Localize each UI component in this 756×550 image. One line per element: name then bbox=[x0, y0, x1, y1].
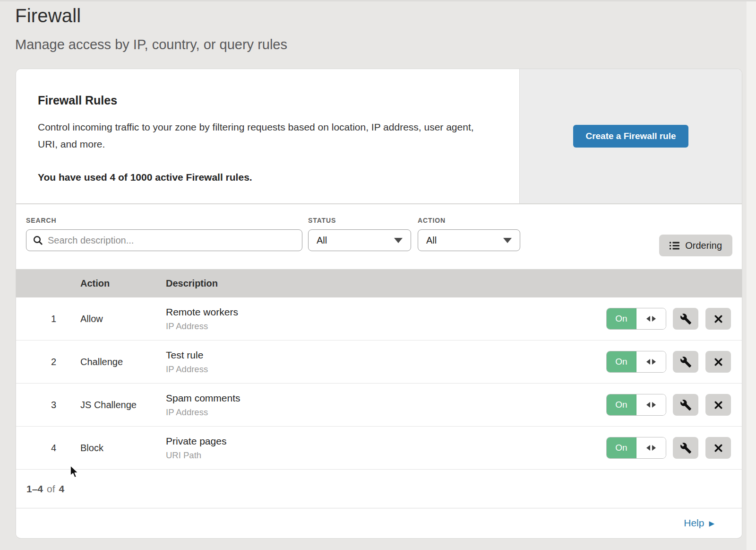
rule-priority: 3 bbox=[16, 400, 80, 410]
scroll-gutter bbox=[747, 1, 756, 550]
card-footer: Help ▶ bbox=[16, 508, 742, 537]
action-filter: ACTION All bbox=[418, 217, 520, 251]
table-row: 1 Allow Remote workers IP Address On bbox=[16, 297, 742, 340]
intro-section: Firewall Rules Control incoming traffic … bbox=[16, 69, 742, 204]
rule-enabled-toggle[interactable]: On bbox=[606, 308, 666, 330]
help-link[interactable]: Help ▶ bbox=[684, 517, 714, 529]
chevron-down-icon bbox=[503, 238, 512, 243]
page-subtitle: Manage access by IP, country, or query r… bbox=[15, 37, 756, 52]
close-icon bbox=[713, 443, 724, 454]
rule-priority: 1 bbox=[16, 314, 80, 324]
wrench-icon bbox=[680, 399, 692, 411]
firewall-rules-card: Firewall Rules Control incoming traffic … bbox=[16, 69, 742, 538]
status-selected-value: All bbox=[317, 235, 327, 246]
toggle-on-label: On bbox=[607, 351, 636, 372]
pagination-range: 1–4 bbox=[26, 483, 43, 495]
table-row: 3 JS Challenge Spam comments IP Address … bbox=[16, 384, 742, 427]
rule-action: Block bbox=[80, 443, 166, 454]
chevron-down-icon bbox=[394, 238, 403, 243]
search-icon bbox=[33, 235, 43, 245]
rule-priority: 2 bbox=[16, 357, 80, 367]
status-filter: STATUS All bbox=[308, 217, 411, 251]
search-label: SEARCH bbox=[26, 217, 302, 224]
action-label: ACTION bbox=[418, 217, 520, 224]
edit-rule-button[interactable] bbox=[673, 394, 698, 416]
intro-text-panel: Firewall Rules Control incoming traffic … bbox=[16, 69, 520, 203]
page-title: Firewall bbox=[15, 5, 756, 26]
search-box[interactable] bbox=[26, 229, 302, 251]
toggle-arrows-icon bbox=[636, 394, 666, 415]
rule-match-type: URI Path bbox=[166, 450, 586, 461]
action-column-header: Action bbox=[80, 278, 166, 289]
status-select[interactable]: All bbox=[308, 229, 411, 251]
edit-rule-button[interactable] bbox=[673, 437, 698, 459]
rule-description: Spam comments bbox=[166, 393, 586, 404]
rule-controls: On bbox=[606, 427, 731, 469]
rule-enabled-toggle[interactable]: On bbox=[606, 351, 666, 373]
wrench-icon bbox=[680, 442, 692, 454]
rule-action: Challenge bbox=[80, 357, 166, 367]
rule-match-type: IP Address bbox=[166, 321, 586, 332]
action-select[interactable]: All bbox=[418, 229, 520, 251]
action-selected-value: All bbox=[426, 235, 437, 246]
toggle-on-label: On bbox=[607, 394, 636, 415]
close-icon bbox=[713, 400, 724, 410]
description-column-header: Description bbox=[166, 278, 742, 289]
toggle-arrows-icon bbox=[636, 308, 666, 329]
help-link-label: Help bbox=[684, 517, 704, 529]
search-filter: SEARCH bbox=[26, 217, 302, 251]
toggle-on-label: On bbox=[607, 308, 636, 329]
delete-rule-button[interactable] bbox=[705, 394, 731, 416]
rule-description: Test rule bbox=[166, 349, 586, 361]
pagination-of: of bbox=[47, 483, 55, 495]
ordering-button[interactable]: Ordering bbox=[659, 235, 732, 256]
toggle-on-label: On bbox=[607, 437, 636, 458]
pagination-total: 4 bbox=[59, 483, 65, 495]
rule-match-type: IP Address bbox=[166, 364, 586, 375]
rule-match-type: IP Address bbox=[166, 407, 586, 418]
table-row: 4 Block Private pages URI Path On bbox=[16, 427, 742, 470]
filters-section: SEARCH STATUS All ACTION bbox=[16, 204, 742, 269]
edit-rule-button[interactable] bbox=[673, 308, 698, 330]
rule-enabled-toggle[interactable]: On bbox=[606, 394, 666, 416]
delete-rule-button[interactable] bbox=[705, 437, 731, 459]
rule-enabled-toggle[interactable]: On bbox=[606, 437, 666, 459]
toggle-arrows-icon bbox=[636, 351, 666, 372]
rule-action: Allow bbox=[80, 314, 166, 324]
help-arrow-icon: ▶ bbox=[709, 519, 714, 527]
wrench-icon bbox=[680, 313, 692, 325]
section-description: Control incoming traffic to your zone by… bbox=[38, 119, 487, 153]
table-header: Action Description bbox=[16, 269, 742, 297]
close-icon bbox=[713, 314, 724, 324]
delete-rule-button[interactable] bbox=[705, 308, 731, 330]
ordering-button-label: Ordering bbox=[685, 240, 722, 251]
page-header: Firewall Manage access by IP, country, o… bbox=[0, 1, 756, 52]
create-firewall-rule-button[interactable]: Create a Firewall rule bbox=[573, 125, 688, 148]
rule-controls: On bbox=[606, 340, 731, 383]
intro-action-panel: Create a Firewall rule bbox=[520, 69, 742, 203]
ordering-icon bbox=[670, 242, 679, 250]
wrench-icon bbox=[680, 356, 692, 368]
rule-priority: 4 bbox=[16, 443, 80, 454]
rule-description: Remote workers bbox=[166, 306, 586, 318]
status-label: STATUS bbox=[308, 217, 411, 224]
close-icon bbox=[713, 357, 724, 367]
rule-description: Private pages bbox=[166, 436, 586, 447]
search-input[interactable] bbox=[48, 235, 296, 246]
rules-usage-text: You have used 4 of 1000 active Firewall … bbox=[38, 172, 496, 183]
edit-rule-button[interactable] bbox=[673, 351, 698, 373]
pagination: 1–4 of 4 bbox=[16, 470, 742, 508]
table-row: 2 Challenge Test rule IP Address On bbox=[16, 340, 742, 384]
delete-rule-button[interactable] bbox=[705, 351, 731, 373]
rule-controls: On bbox=[606, 297, 731, 340]
rule-action: JS Challenge bbox=[80, 400, 166, 410]
toggle-arrows-icon bbox=[636, 437, 666, 458]
section-heading: Firewall Rules bbox=[38, 94, 496, 107]
rule-controls: On bbox=[606, 384, 731, 426]
